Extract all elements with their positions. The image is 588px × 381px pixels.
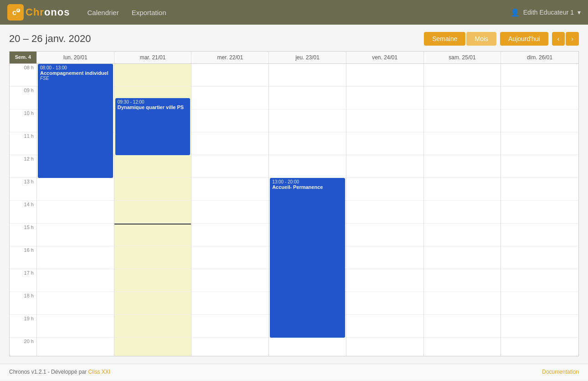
slot-6-1[interactable] bbox=[501, 87, 578, 110]
slot-5-8[interactable] bbox=[424, 246, 501, 269]
slot-2-0[interactable] bbox=[191, 64, 268, 87]
slot-5-7[interactable] bbox=[424, 224, 501, 246]
slot-1-6[interactable] bbox=[114, 201, 191, 224]
slot-3-12[interactable] bbox=[269, 338, 346, 356]
slot-4-2[interactable] bbox=[346, 110, 423, 132]
day-col-0[interactable]: 08:00 - 13:00 Accompagnement individuel … bbox=[37, 64, 114, 356]
nav-exportation[interactable]: Exportation bbox=[125, 5, 173, 20]
slot-4-4[interactable] bbox=[346, 155, 423, 178]
documentation-link[interactable]: Documentation bbox=[542, 369, 579, 375]
slot-3-1[interactable] bbox=[269, 87, 346, 110]
day-col-3[interactable]: 13:00 - 20:00 Accueil- Permanence bbox=[269, 64, 346, 356]
slot-2-5[interactable] bbox=[191, 178, 268, 201]
next-button[interactable]: › bbox=[566, 32, 579, 46]
user-menu[interactable]: 👤 Edith Educateur 1 ▾ bbox=[511, 8, 581, 17]
day-col-1[interactable]: 09:30 - 12:00 Dynamique quartier ville P… bbox=[114, 64, 192, 356]
day-col-6[interactable] bbox=[501, 64, 578, 356]
slot-0-12[interactable] bbox=[37, 338, 114, 356]
calendar: Sem. 4 lun. 20/01 mar. 21/01 mer. 22/01 … bbox=[9, 51, 579, 356]
slot-2-1[interactable] bbox=[191, 87, 268, 110]
slot-3-4[interactable] bbox=[269, 155, 346, 178]
slot-5-2[interactable] bbox=[424, 110, 501, 132]
day-col-5[interactable] bbox=[424, 64, 501, 356]
slot-5-4[interactable] bbox=[424, 155, 501, 178]
slot-4-3[interactable] bbox=[346, 132, 423, 155]
slot-4-9[interactable] bbox=[346, 269, 423, 292]
slot-5-1[interactable] bbox=[424, 87, 501, 110]
slot-2-10[interactable] bbox=[191, 292, 268, 315]
slot-2-6[interactable] bbox=[191, 201, 268, 224]
slot-1-11[interactable] bbox=[114, 315, 191, 338]
slot-3-2[interactable] bbox=[269, 110, 346, 132]
slot-5-11[interactable] bbox=[424, 315, 501, 338]
slot-5-10[interactable] bbox=[424, 292, 501, 315]
slot-6-9[interactable] bbox=[501, 269, 578, 292]
slot-0-8[interactable] bbox=[37, 246, 114, 269]
slot-5-3[interactable] bbox=[424, 132, 501, 155]
slot-4-10[interactable] bbox=[346, 292, 423, 315]
slot-2-12[interactable] bbox=[191, 338, 268, 356]
event-accompagnement[interactable]: 08:00 - 13:00 Accompagnement individuel … bbox=[38, 64, 113, 178]
slot-4-8[interactable] bbox=[346, 246, 423, 269]
slot-2-3[interactable] bbox=[191, 132, 268, 155]
slot-1-12[interactable] bbox=[114, 338, 191, 356]
slot-1-10[interactable] bbox=[114, 292, 191, 315]
slot-6-11[interactable] bbox=[501, 315, 578, 338]
slot-5-6[interactable] bbox=[424, 201, 501, 224]
slot-2-7[interactable] bbox=[191, 224, 268, 246]
slot-5-0[interactable] bbox=[424, 64, 501, 87]
slot-4-6[interactable] bbox=[346, 201, 423, 224]
brand-logo[interactable]: c Chronos bbox=[7, 4, 70, 21]
slot-3-0[interactable] bbox=[269, 64, 346, 87]
slot-0-10[interactable] bbox=[37, 292, 114, 315]
slot-0-11[interactable] bbox=[37, 315, 114, 338]
slot-6-12[interactable] bbox=[501, 338, 578, 356]
slot-0-9[interactable] bbox=[37, 269, 114, 292]
slot-0-6[interactable] bbox=[37, 201, 114, 224]
slot-2-8[interactable] bbox=[191, 246, 268, 269]
slot-6-7[interactable] bbox=[501, 224, 578, 246]
slot-6-0[interactable] bbox=[501, 64, 578, 87]
slot-4-0[interactable] bbox=[346, 64, 423, 87]
semaine-button[interactable]: Semaine bbox=[424, 32, 465, 46]
slot-5-9[interactable] bbox=[424, 269, 501, 292]
slot-6-8[interactable] bbox=[501, 246, 578, 269]
slot-0-7[interactable] bbox=[37, 224, 114, 246]
slot-1-8[interactable] bbox=[114, 246, 191, 269]
slot-0-5[interactable] bbox=[37, 178, 114, 201]
slot-6-6[interactable] bbox=[501, 201, 578, 224]
slot-4-5[interactable] bbox=[346, 178, 423, 201]
slot-3-3[interactable] bbox=[269, 132, 346, 155]
slot-4-11[interactable] bbox=[346, 315, 423, 338]
company-link[interactable]: Cliss XXI bbox=[88, 369, 110, 375]
slot-6-4[interactable] bbox=[501, 155, 578, 178]
slot-1-5[interactable] bbox=[114, 178, 191, 201]
slot-6-10[interactable] bbox=[501, 292, 578, 315]
slot-4-1[interactable] bbox=[346, 87, 423, 110]
event-accueil[interactable]: 13:00 - 20:00 Accueil- Permanence bbox=[270, 178, 345, 338]
slot-6-5[interactable] bbox=[501, 178, 578, 201]
slot-6-3[interactable] bbox=[501, 132, 578, 155]
day-col-2[interactable] bbox=[191, 64, 269, 356]
slot-5-5[interactable] bbox=[424, 178, 501, 201]
slot-2-9[interactable] bbox=[191, 269, 268, 292]
event-dynamique[interactable]: 09:30 - 12:00 Dynamique quartier ville P… bbox=[115, 98, 191, 155]
prev-button[interactable]: ‹ bbox=[552, 32, 565, 46]
slot-2-4[interactable] bbox=[191, 155, 268, 178]
nav-calendrier[interactable]: Calendrier bbox=[81, 5, 125, 20]
day-col-4[interactable] bbox=[346, 64, 424, 356]
event-time: 13:00 - 20:00 bbox=[272, 179, 343, 184]
slot-2-11[interactable] bbox=[191, 315, 268, 338]
today-button[interactable]: Aujourd'hui bbox=[500, 32, 548, 46]
slot-2-2[interactable] bbox=[191, 110, 268, 132]
slot-1-7[interactable] bbox=[114, 224, 191, 246]
time-20: 20 h bbox=[10, 338, 36, 356]
slot-6-2[interactable] bbox=[501, 110, 578, 132]
slot-4-12[interactable] bbox=[346, 338, 423, 356]
slot-1-9[interactable] bbox=[114, 269, 191, 292]
slot-5-12[interactable] bbox=[424, 338, 501, 356]
slot-1-4[interactable] bbox=[114, 155, 191, 178]
slot-1-0[interactable] bbox=[114, 64, 191, 87]
mois-button[interactable]: Mois bbox=[466, 32, 496, 46]
slot-4-7[interactable] bbox=[346, 224, 423, 246]
